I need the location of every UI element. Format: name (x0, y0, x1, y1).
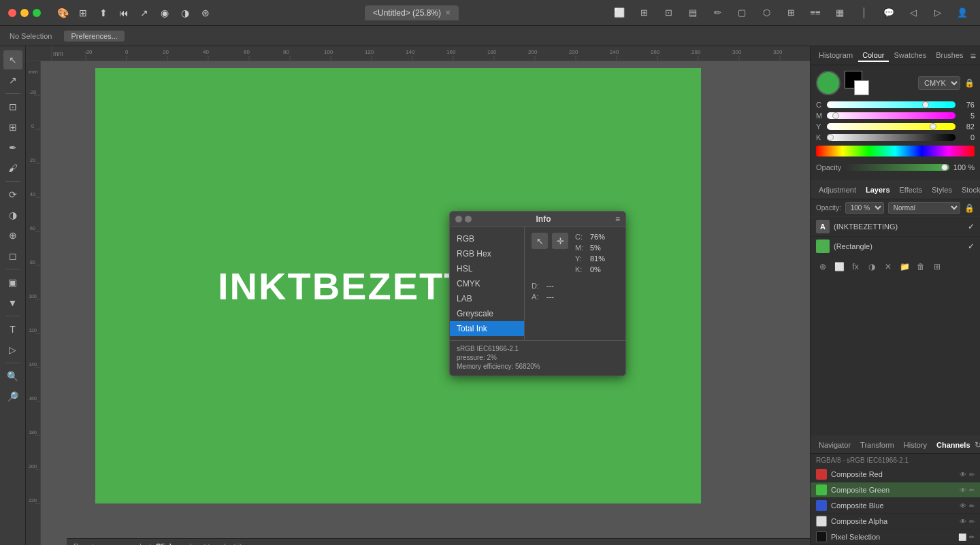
clone-tool[interactable]: ⊕ (3, 226, 22, 245)
lock-icon[interactable]: 🔒 (964, 78, 975, 88)
popup-menu-lab[interactable]: LAB (450, 291, 524, 306)
channel-pixel-selection[interactable]: Pixel Selection ⬜ ✏ (811, 529, 980, 545)
layer-lock-icon[interactable]: 🔒 (964, 203, 975, 213)
slider-k-track[interactable] (827, 134, 956, 141)
fill-tool[interactable]: ▣ (3, 273, 22, 292)
layer-mask-icon[interactable]: ⬜ (832, 260, 846, 274)
color-wheel-icon[interactable]: ◉ (157, 5, 173, 21)
grid-icon[interactable]: ⊡ (659, 3, 678, 22)
channel-composite-blue[interactable]: Composite Blue 👁 ✏ (811, 498, 980, 514)
macro-icon[interactable]: ⬡ (757, 3, 776, 22)
select-icon[interactable]: ▢ (732, 3, 751, 22)
eraser-tool[interactable]: ◻ (3, 246, 22, 265)
popup-menu-icon[interactable]: ≡ (615, 214, 620, 224)
popup-menu-total-ink[interactable]: Total Ink (450, 321, 524, 336)
tab-stock[interactable]: Stock (958, 184, 980, 195)
channel-pixel-edit[interactable]: ✏ (969, 533, 975, 541)
arrange-icon[interactable]: ≡≡ (806, 3, 825, 22)
tab-navigator[interactable]: Navigator (815, 440, 855, 450)
text-tool[interactable]: T (3, 320, 22, 339)
popup-close[interactable] (455, 216, 462, 222)
crop-tool[interactable]: ⊡ (3, 97, 22, 116)
channel-composite-alpha[interactable]: Composite Alpha 👁 ✏ (811, 514, 980, 529)
layers-icon[interactable]: ⊞ (75, 5, 91, 21)
maximize-button[interactable] (33, 9, 41, 17)
smudge-tool[interactable]: ⟳ (3, 185, 22, 204)
channels-refresh-icon[interactable]: ↻ (975, 440, 980, 450)
tab-histogram[interactable]: Histogram (815, 50, 857, 62)
channels-icon[interactable]: ▤ (683, 3, 702, 22)
tone-icon[interactable]: ◑ (177, 5, 193, 21)
color-panel-menu-icon[interactable]: ≡ (970, 50, 976, 61)
channel-blue-edit[interactable]: ✏ (969, 502, 975, 510)
layer-check-rect[interactable]: ✓ (968, 242, 975, 251)
popup-menu-rgb[interactable]: RGB (450, 231, 524, 246)
channel-red-edit[interactable]: ✏ (969, 471, 975, 478)
layer-add-icon[interactable]: ⊕ (816, 260, 830, 274)
slider-c-thumb[interactable] (922, 101, 929, 108)
channel-composite-red[interactable]: Composite Red 👁 ✏ (811, 467, 980, 482)
popup-menu-rgb-hex[interactable]: RGB Hex (450, 246, 524, 261)
share-icon[interactable]: ↗ (136, 5, 152, 21)
tab-effects[interactable]: Effects (896, 184, 926, 195)
opacity-slider[interactable] (845, 164, 949, 171)
paintbrush-tool[interactable]: 🖌 (3, 159, 22, 178)
slider-c-track[interactable] (827, 101, 956, 108)
chat-icon[interactable]: 💬 (879, 3, 898, 22)
layer-duplicate-icon[interactable]: ⊞ (930, 260, 944, 274)
export-icon[interactable]: ⬆ (95, 5, 112, 21)
undo-icon[interactable]: ⏮ (116, 5, 132, 21)
layout-icon[interactable]: ⊞ (781, 3, 800, 22)
fg-bg-colors[interactable] (845, 71, 869, 95)
background-color[interactable] (854, 80, 869, 95)
channel-pixel-eye[interactable]: ⬜ (958, 533, 966, 541)
view-icon[interactable]: ▦ (830, 3, 849, 22)
color-mode-select[interactable]: CMYK RGB HSL LAB (918, 76, 960, 90)
zoom-tool[interactable]: 🔎 (3, 387, 22, 406)
layer-check-text[interactable]: ✓ (968, 222, 975, 231)
layer-fx-icon[interactable]: fx (849, 260, 862, 274)
user-icon[interactable]: 👤 (953, 3, 972, 22)
layer-opacity-select[interactable]: 100 % (845, 202, 884, 214)
pen-tool[interactable]: ✒ (3, 138, 22, 157)
tab-channels[interactable]: Channels (932, 440, 975, 450)
canvas-area[interactable]: INKTBEZETTING Info ≡ RGB (41, 61, 810, 545)
channel-green-edit[interactable]: ✏ (969, 486, 975, 494)
tab-swatches[interactable]: Swatches (890, 50, 931, 62)
layer-folder-icon[interactable]: 📁 (898, 260, 911, 274)
prev-icon[interactable]: ◁ (904, 3, 923, 22)
channel-alpha-edit[interactable]: ✏ (969, 518, 975, 525)
node-tool[interactable]: ↗ (3, 71, 22, 90)
channel-green-eye[interactable]: 👁 (960, 486, 966, 494)
doc-close-icon[interactable]: ✕ (445, 9, 451, 16)
channel-composite-green[interactable]: Composite Green 👁 ✏ (811, 482, 980, 498)
layer-adj-icon[interactable]: ◑ (865, 260, 879, 274)
tab-styles[interactable]: Styles (928, 184, 956, 195)
document-tab[interactable]: <Untitled> (25.8%) ✕ (365, 5, 459, 20)
shape-tool[interactable]: ▷ (3, 340, 22, 359)
current-color-circle[interactable] (816, 71, 840, 95)
layer-delete-icon[interactable]: ✕ (881, 260, 895, 274)
tab-colour[interactable]: Colour (858, 50, 888, 62)
layer-blend-select[interactable]: Normal Multiply Screen (888, 202, 960, 214)
tab-adjustment[interactable]: Adjustment (815, 184, 860, 195)
channel-alpha-eye[interactable]: 👁 (960, 518, 966, 525)
color-spectrum[interactable] (816, 146, 975, 156)
minimize-button[interactable] (20, 9, 29, 17)
layer-item-text[interactable]: A (INKTBEZETTING) ✓ (811, 217, 980, 237)
layer-item-rect[interactable]: (Rectangle) ✓ (811, 237, 980, 257)
channel-red-eye[interactable]: 👁 (960, 471, 966, 478)
layer-trash-icon[interactable]: 🗑 (914, 260, 928, 274)
tab-history[interactable]: History (900, 440, 931, 450)
tab-transform[interactable]: Transform (856, 440, 898, 450)
opacity-thumb[interactable] (941, 164, 948, 171)
gradient-tool[interactable]: ▼ (3, 293, 22, 312)
slider-k-thumb[interactable] (827, 134, 834, 141)
popup-menu-greyscale[interactable]: Greyscale (450, 306, 524, 321)
app-icon[interactable]: 🎨 (54, 5, 71, 21)
burn-tool[interactable]: ◑ (3, 205, 22, 225)
tab-brushes[interactable]: Brushes (932, 50, 967, 62)
warp-tool[interactable]: ⊞ (3, 118, 22, 137)
select-tool[interactable]: ↖ (3, 50, 22, 69)
popup-menu-hsl[interactable]: HSL (450, 261, 524, 276)
